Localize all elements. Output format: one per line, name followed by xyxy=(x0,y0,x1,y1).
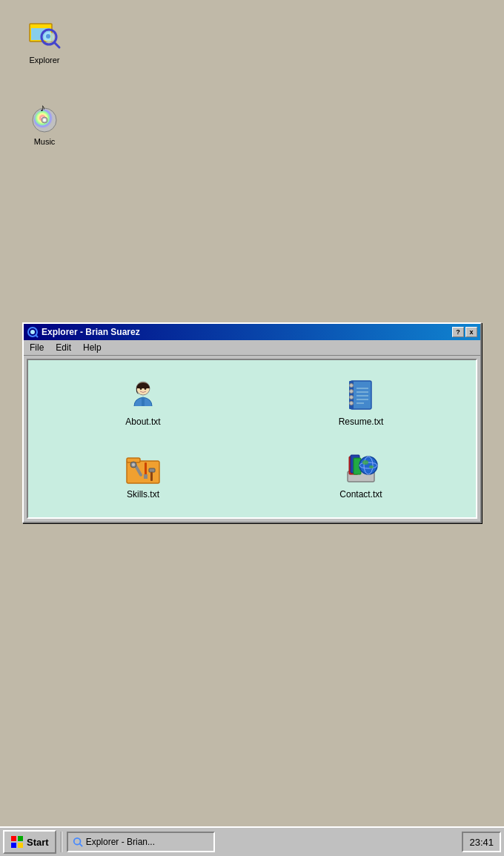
svg-line-13 xyxy=(36,335,38,337)
svg-point-22 xyxy=(350,396,354,399)
window-content: About.txt xyxy=(27,359,477,519)
about-icon xyxy=(125,378,161,414)
svg-rect-17 xyxy=(142,397,145,406)
taskbar-explorer-item[interactable]: Explorer - Brian... xyxy=(67,832,215,852)
clock-time: 23:41 xyxy=(469,837,494,848)
svg-point-51 xyxy=(73,838,80,845)
svg-point-42 xyxy=(359,457,377,474)
svg-point-33 xyxy=(132,463,135,466)
svg-point-21 xyxy=(350,390,354,394)
svg-rect-18 xyxy=(351,381,371,409)
svg-point-15 xyxy=(140,387,142,390)
taskbar: Start Explorer - Brian... 23:41 xyxy=(0,826,504,856)
help-button[interactable]: ? xyxy=(452,327,464,337)
svg-point-45 xyxy=(362,460,368,465)
file-skills[interactable]: Skills.txt xyxy=(99,445,188,505)
svg-line-4 xyxy=(54,42,59,47)
about-label: About.txt xyxy=(125,417,160,427)
menu-edit[interactable]: Edit xyxy=(53,342,74,354)
svg-rect-49 xyxy=(11,843,16,848)
contact-label: Contact.txt xyxy=(339,489,382,500)
resume-label: Resume.txt xyxy=(339,417,384,427)
close-button[interactable]: x xyxy=(465,327,477,337)
skills-icon xyxy=(125,451,161,486)
explorer-icon xyxy=(27,18,62,53)
svg-point-23 xyxy=(350,402,354,405)
window-title-icon xyxy=(27,326,39,338)
svg-rect-37 xyxy=(150,472,153,481)
explorer-desktop-label: Explorer xyxy=(30,56,60,64)
menu-file[interactable]: File xyxy=(27,342,47,354)
svg-point-9 xyxy=(43,119,46,122)
window-menubar: File Edit Help xyxy=(24,340,480,356)
resume-icon xyxy=(343,378,379,414)
svg-rect-48 xyxy=(18,836,23,841)
explorer-desktop-icon[interactable]: Explorer xyxy=(15,15,74,67)
start-button[interactable]: Start xyxy=(3,830,56,854)
svg-point-20 xyxy=(350,384,354,388)
svg-rect-35 xyxy=(144,474,147,479)
file-contact[interactable]: Contact.txt xyxy=(316,445,405,505)
windows-logo-icon xyxy=(10,835,24,849)
contact-icon xyxy=(343,451,379,486)
svg-point-5 xyxy=(46,34,50,39)
svg-text:♪: ♪ xyxy=(40,102,45,113)
window-controls: ? x xyxy=(452,327,477,337)
window-titlebar: Explorer - Brian Suarez ? x xyxy=(24,324,480,340)
svg-line-52 xyxy=(79,844,82,847)
svg-rect-50 xyxy=(18,843,23,848)
svg-rect-36 xyxy=(149,468,155,472)
file-about[interactable]: About.txt xyxy=(99,372,188,433)
taskbar-divider xyxy=(61,832,62,852)
music-icon: ♪ xyxy=(27,99,62,135)
menu-help[interactable]: Help xyxy=(80,342,105,354)
taskbar-clock: 23:41 xyxy=(462,832,501,852)
svg-point-16 xyxy=(145,387,147,390)
explorer-window: Explorer - Brian Suarez ? x File Edit He… xyxy=(22,322,482,523)
start-label: Start xyxy=(27,837,49,848)
skills-label: Skills.txt xyxy=(127,489,159,500)
taskbar-item-label: Explorer - Brian... xyxy=(86,837,155,847)
taskbar-explorer-icon xyxy=(73,837,83,847)
svg-point-12 xyxy=(30,330,35,334)
svg-point-46 xyxy=(369,465,374,468)
window-title-text: Explorer - Brian Suarez xyxy=(42,327,452,337)
file-resume[interactable]: Resume.txt xyxy=(316,372,405,433)
svg-rect-47 xyxy=(11,836,16,841)
music-desktop-icon[interactable]: ♪ Music xyxy=(15,96,74,149)
music-desktop-label: Music xyxy=(34,137,56,146)
